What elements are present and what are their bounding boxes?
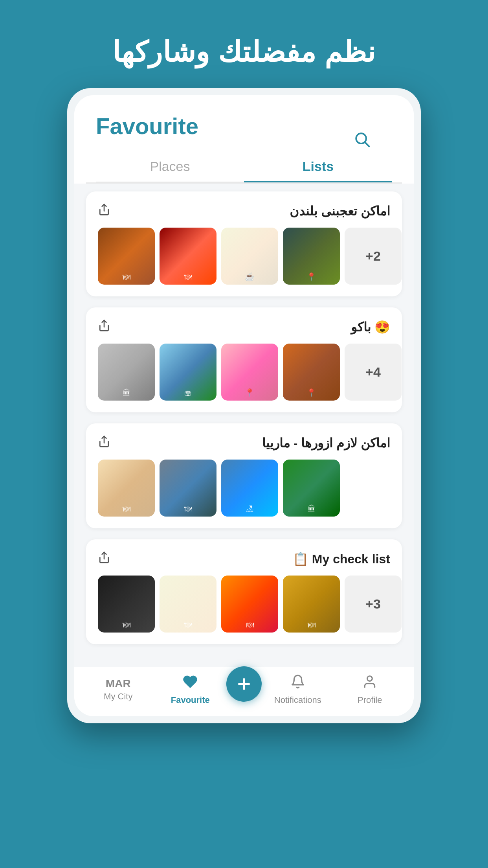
list-title-4: My check list 📋 xyxy=(293,552,390,566)
plus-count-1[interactable]: +2 xyxy=(345,228,402,285)
list-image[interactable]: 🍽 xyxy=(98,228,155,285)
list-title-1: اماكن تعجبنى بلندن xyxy=(290,204,390,219)
nav-add-button[interactable] xyxy=(226,666,262,702)
list-image[interactable]: 📍 xyxy=(283,344,340,401)
share-icon-3[interactable] xyxy=(98,435,110,451)
list-image[interactable]: 🏛 xyxy=(283,460,340,517)
share-icon-1[interactable] xyxy=(98,203,110,219)
nav-item-favourite[interactable]: Favourite xyxy=(154,674,227,705)
list-images-3: 🍽 🍽 🏖 🏛 xyxy=(98,460,390,517)
list-card-4: My check list 📋 🍽 🍽 xyxy=(86,539,402,644)
heart-icon xyxy=(183,674,198,693)
list-image[interactable]: 🏖 xyxy=(221,460,278,517)
tab-lists[interactable]: Lists xyxy=(244,151,392,182)
list-image[interactable]: 🍽 xyxy=(221,576,278,633)
list-images-1: 🍽 🍽 ☕ 📍 +2 xyxy=(98,228,390,285)
svg-point-8 xyxy=(367,676,372,681)
nav-mycity-label: My City xyxy=(104,691,132,702)
list-image[interactable]: 📍 xyxy=(283,228,340,285)
tab-places[interactable]: Places xyxy=(96,151,244,182)
list-image[interactable]: 📍 xyxy=(221,344,278,401)
share-icon-4[interactable] xyxy=(98,551,110,567)
tabs-row: Places Lists xyxy=(96,151,392,182)
list-image[interactable]: 🍽 xyxy=(160,460,216,517)
list-image[interactable]: 🍽 xyxy=(160,228,216,285)
list-card-3: اماكن لازم ازورها - مارييا 🍽 � xyxy=(86,423,402,528)
page-header-text: نظم مفضلتك وشاركها xyxy=(112,35,376,68)
plus-count-4[interactable]: +3 xyxy=(345,576,402,633)
list-image[interactable]: 🍽 xyxy=(283,576,340,633)
list-image[interactable]: ☕ xyxy=(221,228,278,285)
list-card-1: اماكن تعجبنى بلندن 🍽 🍽 xyxy=(86,191,402,296)
nav-favourite-label: Favourite xyxy=(171,695,210,705)
list-image[interactable]: 🍽 xyxy=(160,576,216,633)
nav-mar-icon: MAR xyxy=(106,678,131,689)
list-images-4: 🍽 🍽 🍽 🍽 +3 xyxy=(98,576,390,633)
svg-line-1 xyxy=(365,142,369,146)
list-images-2: 🏛 🏟 📍 📍 +4 xyxy=(98,344,390,401)
search-icon[interactable] xyxy=(353,131,371,152)
list-image[interactable]: 🏟 xyxy=(160,344,216,401)
nav-notifications-label: Notifications xyxy=(274,695,321,705)
list-image[interactable]: 🍽 xyxy=(98,576,155,633)
nav-item-mycity[interactable]: MAR My City xyxy=(82,678,154,702)
lists-content: اماكن تعجبنى بلندن 🍽 🍽 xyxy=(74,184,414,667)
bell-icon xyxy=(290,674,305,693)
phone-screen: Favourite Places Lists اماكن xyxy=(74,95,414,716)
nav-item-profile[interactable]: Profile xyxy=(334,674,406,705)
list-image[interactable]: 🏛 xyxy=(98,344,155,401)
profile-icon xyxy=(362,674,377,693)
nav-item-notifications[interactable]: Notifications xyxy=(262,674,334,705)
list-image[interactable]: 🍽 xyxy=(98,460,155,517)
nav-profile-label: Profile xyxy=(358,695,382,705)
phone-frame: Favourite Places Lists اماكن xyxy=(67,88,421,723)
bottom-nav: MAR My City Favourite xyxy=(74,667,414,716)
list-title-3: اماكن لازم ازورها - مارييا xyxy=(262,436,390,451)
share-icon-2[interactable] xyxy=(98,319,110,335)
screen-header: Favourite Places Lists xyxy=(74,95,414,182)
list-title-2: 😍 باكو xyxy=(351,320,390,335)
screen-title: Favourite xyxy=(96,113,198,139)
plus-count-2[interactable]: +4 xyxy=(345,344,402,401)
list-card-2: 😍 باكو 🏛 🏟 xyxy=(86,307,402,412)
